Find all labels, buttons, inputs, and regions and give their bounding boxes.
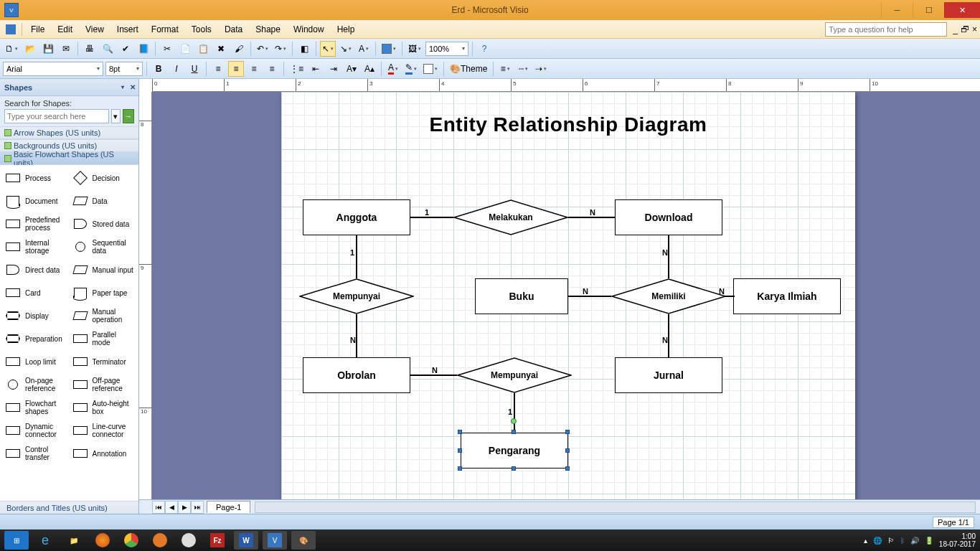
entity-karya[interactable]: Karya Ilmiah — [733, 278, 841, 314]
shape-gallery-item[interactable]: Terminator — [70, 352, 136, 372]
mail-button[interactable]: ✉ — [58, 41, 74, 57]
shape-gallery-item[interactable]: Process — [3, 168, 69, 188]
connector-tool-button[interactable]: ↘ — [338, 41, 354, 57]
paste-button[interactable]: 📋 — [195, 41, 211, 57]
search-shapes-dropdown[interactable]: ▾ — [111, 109, 121, 123]
entity-jurnal[interactable]: Jurnal — [615, 357, 722, 393]
entity-download[interactable]: Download — [615, 199, 722, 235]
shape-gallery-item[interactable]: Preparation — [3, 329, 69, 349]
close-button[interactable]: ✕ — [944, 2, 980, 18]
help-button[interactable]: ? — [476, 41, 492, 57]
page-tab-1[interactable]: Page-1 — [207, 501, 250, 513]
taskbar-explorer-icon[interactable]: 📁 — [62, 531, 86, 550]
undo-button[interactable]: ↶ — [255, 41, 270, 57]
pointer-tool-button[interactable]: ↖ — [320, 41, 336, 57]
stencil-basic-flowchart[interactable]: Basic Flowchart Shapes (US units) — [0, 152, 138, 165]
save-button[interactable]: 💾 — [40, 41, 56, 57]
start-button[interactable]: ⊞ — [4, 531, 29, 550]
underline-button[interactable]: U — [187, 61, 202, 77]
tab-nav-next[interactable]: ▶ — [178, 501, 191, 514]
menu-insert[interactable]: Insert — [111, 22, 144, 37]
taskbar-word-icon[interactable]: W — [234, 531, 258, 550]
menu-shape[interactable]: Shape — [250, 22, 286, 37]
shape-gallery-item[interactable]: Dynamic connector — [3, 420, 69, 441]
shape-gallery-item[interactable]: Display — [3, 306, 69, 326]
align-left-button[interactable]: ≡ — [210, 61, 226, 77]
maximize-button[interactable]: ☐ — [913, 2, 944, 18]
research-button[interactable]: 📘 — [136, 41, 151, 57]
tray-network-icon[interactable]: 🌐 — [873, 537, 882, 545]
format-painter-button[interactable]: 🖌 — [231, 41, 247, 57]
tray-bluetooth-icon[interactable]: ᛒ — [900, 537, 905, 545]
redo-button[interactable]: ↷ — [273, 41, 288, 57]
print-button[interactable]: 🖶 — [82, 41, 98, 57]
shape-gallery-item[interactable]: Direct data — [3, 260, 69, 280]
rectangle-tool-button[interactable] — [380, 41, 398, 57]
taskbar-firefox-icon[interactable] — [90, 531, 115, 550]
taskbar-visio-icon[interactable]: V — [263, 531, 287, 550]
menu-file[interactable]: File — [25, 22, 50, 37]
search-shapes-go-button[interactable]: → — [123, 109, 134, 123]
shape-gallery-item[interactable]: Card — [3, 283, 69, 303]
menu-tools[interactable]: Tools — [186, 22, 217, 37]
align-right-button[interactable]: ≡ — [246, 61, 262, 77]
taskbar-ie-icon[interactable]: e — [33, 531, 57, 550]
font-color-button[interactable]: A — [385, 61, 401, 77]
shape-gallery-item[interactable]: Stored data — [70, 214, 136, 234]
drawing-page[interactable]: Entity Relationship Diagram Anggota Down… — [281, 92, 855, 499]
tab-nav-first[interactable]: ⏮ — [152, 501, 165, 514]
line-pattern-button[interactable]: ┄ — [515, 61, 531, 77]
tab-nav-prev[interactable]: ◀ — [165, 501, 178, 514]
mdi-minimize-icon[interactable]: _ — [953, 24, 958, 34]
increase-font-button[interactable]: A▴ — [362, 61, 377, 77]
theme-button[interactable]: 🎨 Theme — [448, 61, 489, 77]
justify-button[interactable]: ≡ — [264, 61, 280, 77]
taskbar-app2-icon[interactable] — [176, 531, 201, 550]
shape-gallery-item[interactable]: Flowchart shapes — [3, 397, 69, 418]
tray-clock[interactable]: 1:00 18-07-2017 — [939, 532, 976, 548]
relation-mempunyai-2[interactable]: Mempunyai — [457, 357, 572, 393]
app-menu-icon[interactable] — [3, 22, 19, 37]
mdi-close-icon[interactable]: × — [972, 24, 977, 34]
open-button[interactable]: 📂 — [22, 41, 38, 57]
menu-window[interactable]: Window — [288, 22, 330, 37]
delete-button[interactable]: ✖ — [213, 41, 229, 57]
stencil-arrow-shapes[interactable]: Arrow Shapes (US units) — [0, 126, 138, 139]
align-center-button[interactable]: ≡ — [228, 61, 244, 77]
shapes-button[interactable]: ◧ — [296, 41, 312, 57]
minimize-button[interactable]: ─ — [881, 2, 913, 18]
spelling-button[interactable]: ✔ — [118, 41, 133, 57]
zoom-combo[interactable]: 100%▾ — [425, 42, 468, 56]
shape-gallery-item[interactable]: Decision — [70, 168, 136, 188]
line-weight-button[interactable]: ≡ — [497, 61, 513, 77]
horizontal-scrollbar[interactable] — [255, 501, 976, 513]
tab-nav-last[interactable]: ⏭ — [191, 501, 204, 514]
menu-data[interactable]: Data — [219, 22, 248, 37]
shape-gallery-item[interactable]: Control transfer — [3, 443, 69, 463]
picture-button[interactable]: 🖼 — [406, 41, 423, 57]
menu-edit[interactable]: Edit — [52, 22, 78, 37]
text-tool-button[interactable]: A — [356, 41, 372, 57]
taskbar-chrome-icon[interactable] — [119, 531, 143, 550]
print-preview-button[interactable]: 🔍 — [100, 41, 116, 57]
shapes-panel-close-icon[interactable]: ✕ — [130, 83, 136, 91]
new-button[interactable]: 🗋 — [3, 41, 20, 57]
shape-gallery-item[interactable]: Data — [70, 191, 136, 211]
shape-gallery-item[interactable]: Manual operation — [70, 306, 136, 326]
menu-view[interactable]: View — [80, 22, 110, 37]
decrease-indent-button[interactable]: ⇤ — [308, 61, 324, 77]
size-combo[interactable]: 8pt▾ — [105, 62, 143, 76]
entity-anggota[interactable]: Anggota — [303, 199, 410, 235]
bullets-button[interactable]: ⋮≡ — [288, 61, 306, 77]
shape-gallery-item[interactable]: Annotation — [70, 443, 136, 463]
shape-gallery-item[interactable]: Sequential data — [70, 237, 136, 257]
increase-indent-button[interactable]: ⇥ — [326, 61, 341, 77]
relation-melakukan[interactable]: Melakukan — [453, 199, 568, 235]
decrease-font-button[interactable]: A▾ — [344, 61, 359, 77]
stencil-borders-titles[interactable]: Borders and Titles (US units) — [0, 501, 138, 514]
entity-obrolan[interactable]: Obrolan — [303, 357, 410, 393]
shape-gallery-item[interactable]: Predefined process — [3, 214, 69, 234]
taskbar-paint-icon[interactable]: 🎨 — [291, 531, 316, 550]
shapes-panel-menu-icon[interactable]: ▾ — [121, 84, 124, 90]
line-color-button[interactable]: ✎ — [403, 61, 419, 77]
